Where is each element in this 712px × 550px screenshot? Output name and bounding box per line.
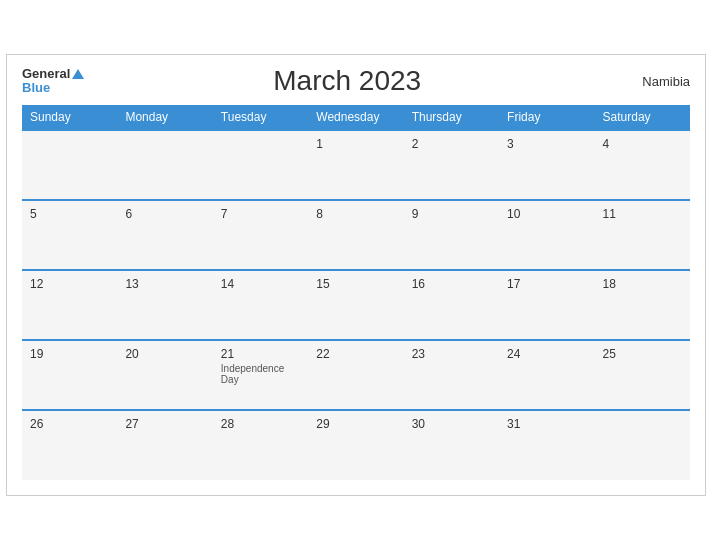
day-cell: 18 [595,270,690,340]
header-monday: Monday [117,105,212,130]
day-cell: 8 [308,200,403,270]
day-cell: 28 [213,410,308,480]
day-cell: 13 [117,270,212,340]
day-number: 31 [507,417,586,431]
header-wednesday: Wednesday [308,105,403,130]
day-number: 17 [507,277,586,291]
day-number: 13 [125,277,204,291]
week-row-2: 567891011 [22,200,690,270]
day-cell: 30 [404,410,499,480]
day-cell: 11 [595,200,690,270]
week-row-5: 262728293031 [22,410,690,480]
day-number: 5 [30,207,109,221]
day-number: 26 [30,417,109,431]
day-number: 1 [316,137,395,151]
day-cell: 26 [22,410,117,480]
day-cell: 22 [308,340,403,410]
day-cell: 1 [308,130,403,200]
day-number: 14 [221,277,300,291]
day-cell: 15 [308,270,403,340]
day-number: 6 [125,207,204,221]
day-cell: 4 [595,130,690,200]
day-cell: 12 [22,270,117,340]
day-cell [595,410,690,480]
calendar-grid: Sunday Monday Tuesday Wednesday Thursday… [22,105,690,480]
day-cell: 21Independence Day [213,340,308,410]
header-sunday: Sunday [22,105,117,130]
day-number: 7 [221,207,300,221]
day-cell [117,130,212,200]
calendar-container: General Blue March 2023 Namibia Sunday M… [6,54,706,496]
day-number: 16 [412,277,491,291]
day-number: 3 [507,137,586,151]
day-cell: 31 [499,410,594,480]
day-number: 4 [603,137,682,151]
day-cell: 2 [404,130,499,200]
logo-general-text: General [22,67,84,81]
header-saturday: Saturday [595,105,690,130]
day-number: 9 [412,207,491,221]
day-cell: 23 [404,340,499,410]
day-number: 25 [603,347,682,361]
calendar-header: General Blue March 2023 Namibia [22,65,690,97]
day-number: 21 [221,347,300,361]
day-cell: 6 [117,200,212,270]
event-label: Independence Day [221,363,300,385]
day-number: 20 [125,347,204,361]
weekday-header-row: Sunday Monday Tuesday Wednesday Thursday… [22,105,690,130]
day-number: 23 [412,347,491,361]
logo: General Blue [22,67,84,96]
day-cell [213,130,308,200]
logo-triangle-icon [72,69,84,79]
day-cell: 9 [404,200,499,270]
week-row-3: 12131415161718 [22,270,690,340]
header-thursday: Thursday [404,105,499,130]
week-row-4: 192021Independence Day22232425 [22,340,690,410]
day-number: 27 [125,417,204,431]
day-cell: 5 [22,200,117,270]
day-cell: 7 [213,200,308,270]
day-cell: 17 [499,270,594,340]
day-cell: 14 [213,270,308,340]
day-number: 24 [507,347,586,361]
day-cell: 3 [499,130,594,200]
header-tuesday: Tuesday [213,105,308,130]
day-cell [22,130,117,200]
day-number: 30 [412,417,491,431]
day-cell: 16 [404,270,499,340]
day-cell: 24 [499,340,594,410]
week-row-1: 1234 [22,130,690,200]
day-number: 15 [316,277,395,291]
day-number: 11 [603,207,682,221]
day-number: 18 [603,277,682,291]
day-cell: 25 [595,340,690,410]
day-number: 22 [316,347,395,361]
header-friday: Friday [499,105,594,130]
calendar-title: March 2023 [84,65,610,97]
day-number: 28 [221,417,300,431]
day-number: 2 [412,137,491,151]
day-number: 29 [316,417,395,431]
day-cell: 19 [22,340,117,410]
day-cell: 10 [499,200,594,270]
day-cell: 20 [117,340,212,410]
day-number: 12 [30,277,109,291]
logo-blue-text: Blue [22,81,84,95]
day-cell: 29 [308,410,403,480]
day-number: 10 [507,207,586,221]
calendar-country: Namibia [610,74,690,89]
day-number: 19 [30,347,109,361]
day-cell: 27 [117,410,212,480]
day-number: 8 [316,207,395,221]
